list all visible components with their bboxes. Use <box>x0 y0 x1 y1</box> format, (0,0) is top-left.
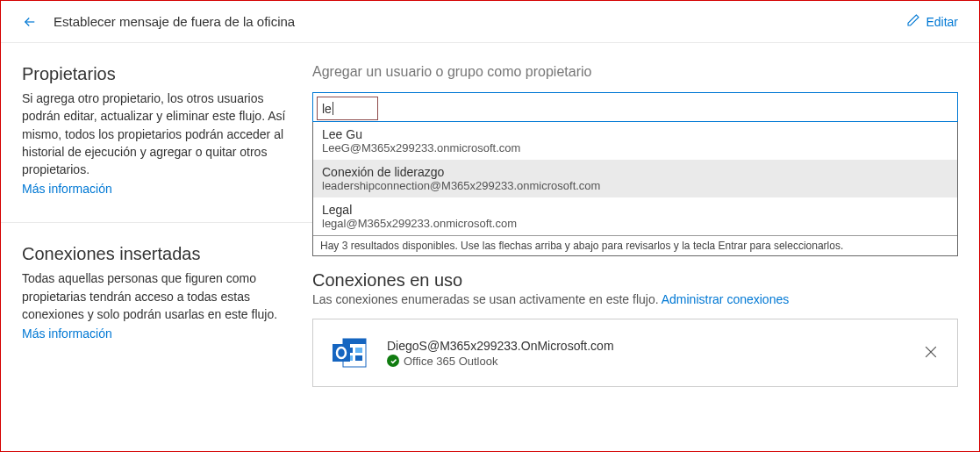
manage-connections-link[interactable]: Administrar conexiones <box>662 292 790 306</box>
suggestions-dropdown: Lee Gu LeeG@M365x299233.onmicrosoft.com … <box>312 121 958 256</box>
connection-card: DiegoS@M365x299233.OnMicrosoft.com Offic… <box>312 319 958 387</box>
embedded-more-info-link[interactable]: Más información <box>22 326 291 341</box>
connections-description: Las conexiones enumeradas se usan activa… <box>312 292 958 306</box>
owners-title: Propietarios <box>22 64 291 84</box>
add-owner-header: Agregar un usuario o grupo como propieta… <box>312 64 958 80</box>
outlook-icon <box>331 334 369 372</box>
embedded-description: Todas aquellas personas que figuren como… <box>22 269 291 323</box>
svg-rect-3 <box>355 348 362 353</box>
owner-search-wrap: le Lee Gu LeeG@M365x299233.onmicrosoft.c… <box>312 92 958 256</box>
edit-button[interactable]: Editar <box>906 13 958 30</box>
suggestion-name: Legal <box>322 203 948 217</box>
suggestion-email: LeeG@M365x299233.onmicrosoft.com <box>322 141 948 154</box>
edit-label: Editar <box>926 15 958 29</box>
connection-service: Office 365 Outlook <box>404 355 497 368</box>
suggestion-item[interactable]: Legal legal@M365x299233.onmicrosoft.com <box>313 197 957 235</box>
suggestion-item[interactable]: Lee Gu LeeG@M365x299233.onmicrosoft.com <box>313 122 957 160</box>
embedded-connections-section: Conexiones insertadas Todas aquellas per… <box>1 222 312 367</box>
connections-title: Conexiones en uso <box>312 270 958 291</box>
remove-connection-button[interactable] <box>922 343 940 363</box>
suggestion-item[interactable]: Conexión de liderazgo leadershipconnecti… <box>313 160 957 197</box>
header-bar: Establecer mensaje de fuera de la oficin… <box>1 1 979 43</box>
svg-rect-5 <box>355 355 362 361</box>
back-icon[interactable] <box>22 14 38 30</box>
connection-info: DiegoS@M365x299233.OnMicrosoft.com Offic… <box>387 339 905 368</box>
pencil-icon <box>906 13 920 30</box>
suggestion-name: Conexión de liderazgo <box>322 165 948 179</box>
body: Propietarios Si agrega otro propietario,… <box>1 43 979 451</box>
page-title: Establecer mensaje de fuera de la oficin… <box>54 14 295 29</box>
connections-desc-text: Las conexiones enumeradas se usan activa… <box>312 292 662 306</box>
owners-description: Si agrega otro propietario, los otros us… <box>22 90 291 178</box>
suggestions-footer: Hay 3 resultados disponibles. Use las fl… <box>313 235 957 255</box>
main-content: Agregar un usuario o grupo como propieta… <box>312 43 979 451</box>
owners-more-info-link[interactable]: Más información <box>22 182 291 196</box>
connection-status: Office 365 Outlook <box>387 355 905 368</box>
connection-email: DiegoS@M365x299233.OnMicrosoft.com <box>387 339 905 353</box>
owner-search-input[interactable] <box>312 92 958 122</box>
suggestion-name: Lee Gu <box>322 127 948 141</box>
header-left: Establecer mensaje de fuera de la oficin… <box>22 14 295 30</box>
svg-rect-1 <box>343 339 366 344</box>
check-icon <box>387 355 399 367</box>
owners-section: Propietarios Si agrega otro propietario,… <box>1 43 312 222</box>
settings-panel: Establecer mensaje de fuera de la oficin… <box>0 0 980 452</box>
sidebar: Propietarios Si agrega otro propietario,… <box>1 43 312 451</box>
suggestion-email: legal@M365x299233.onmicrosoft.com <box>322 217 948 230</box>
suggestion-email: leadershipconnection@M365x299233.onmicro… <box>322 179 948 192</box>
embedded-title: Conexiones insertadas <box>22 244 291 264</box>
